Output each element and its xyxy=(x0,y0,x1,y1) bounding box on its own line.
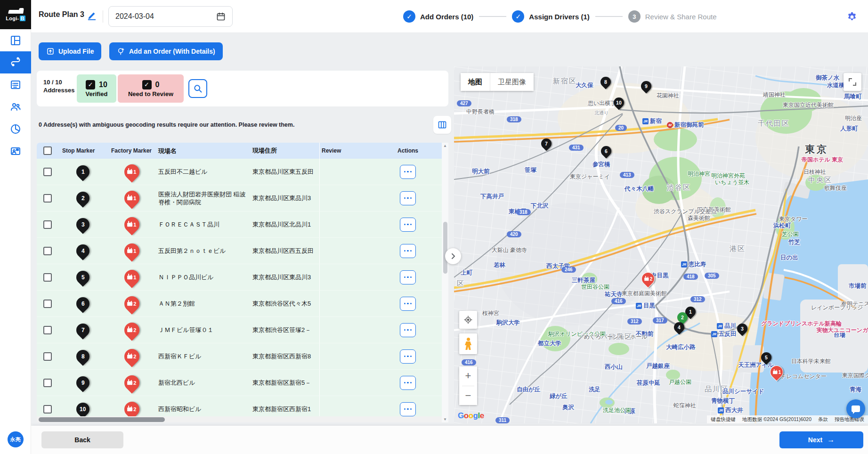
map-label[interactable]: 洗足池公園 xyxy=(603,406,631,414)
map-label[interactable]: 大谿山 豪徳寺 xyxy=(492,246,527,254)
map-label[interactable]: 日本科学未来館 xyxy=(791,357,831,365)
row-actions-button[interactable] xyxy=(400,349,416,364)
settings-gear-icon[interactable] xyxy=(846,11,858,23)
map-label[interactable]: 靖国神社 xyxy=(763,91,786,99)
map-label[interactable]: 東京都庭園美術館 xyxy=(622,290,667,298)
map-label[interactable]: 青物横丁 xyxy=(711,397,735,405)
map-label[interactable]: 帝国ホテル 東京 xyxy=(802,156,843,164)
chat-support-button[interactable] xyxy=(846,399,865,418)
search-button[interactable] xyxy=(188,79,207,98)
map-label[interactable]: 戸越銀座 xyxy=(646,362,670,370)
map-label[interactable]: 目黒 xyxy=(636,302,655,310)
map-label[interactable]: 荏原中延 xyxy=(637,379,660,387)
keyboard-shortcuts-link[interactable]: 键盘快捷键 xyxy=(711,416,736,423)
row-actions-button[interactable] xyxy=(400,376,416,390)
map-label[interactable]: 東京国際クルーズターミナル xyxy=(842,372,868,380)
map-label[interactable]: 大久保 xyxy=(576,81,593,89)
terms-link[interactable]: 条款 xyxy=(818,416,828,423)
need-review-filter-badge[interactable]: 0 Need to Review xyxy=(118,74,184,103)
my-location-button[interactable] xyxy=(459,311,477,329)
user-avatar[interactable]: 永亮 xyxy=(8,431,24,447)
row-checkbox[interactable] xyxy=(43,379,52,387)
map-label[interactable]: 自由が丘 xyxy=(517,386,540,394)
map-label[interactable]: 恵比寿 xyxy=(681,260,706,268)
map-label[interactable]: 青海 xyxy=(850,386,861,394)
map-label[interactable]: 蛇窪神社 xyxy=(673,402,696,410)
map-label[interactable]: 若林 xyxy=(494,261,505,269)
table-columns-button[interactable] xyxy=(433,116,451,134)
sidebar-item-analytics[interactable] xyxy=(0,118,31,140)
map-marker-pin[interactable]: 4 xyxy=(674,322,684,332)
map-marker-pin[interactable]: 9 xyxy=(641,81,651,91)
edit-plan-name-icon[interactable] xyxy=(87,10,97,21)
map-label[interactable]: 渋谷スクランブル交差点 xyxy=(654,208,717,216)
map-label[interactable]: 東京国立近代美術館 xyxy=(783,101,834,109)
map-type-button[interactable]: 地图 xyxy=(461,73,490,91)
map-label[interactable]: 西小山 xyxy=(605,363,623,371)
map-marker-pin[interactable]: 7 xyxy=(541,138,552,149)
calendar-icon[interactable] xyxy=(216,12,226,21)
map-marker-pin[interactable]: 3 xyxy=(737,324,747,334)
map-label[interactable]: 東京タワー xyxy=(779,215,808,223)
scroll-up-icon[interactable]: ▲ xyxy=(443,144,447,148)
map-label[interactable]: 市場前 xyxy=(849,282,867,290)
map-label[interactable]: 上町 xyxy=(461,269,472,277)
map-label[interactable]: 明治神宮 xyxy=(688,170,710,178)
row-checkbox[interactable] xyxy=(43,220,52,229)
row-checkbox[interactable] xyxy=(43,273,52,282)
map-label[interactable]: 中央区 xyxy=(808,176,832,185)
map-label[interactable]: 中野長者橋 xyxy=(466,108,495,116)
row-checkbox[interactable] xyxy=(43,247,52,255)
map-label[interactable]: 笹塚 xyxy=(525,166,536,174)
horizontal-scrollbar-thumb[interactable] xyxy=(39,417,165,422)
map-label[interactable]: 人形町 xyxy=(840,125,858,133)
add-order-button[interactable]: Add an Order (With Details) xyxy=(109,42,223,60)
vertical-scrollbar-thumb[interactable] xyxy=(443,222,447,274)
map-marker-pin[interactable]: 1 xyxy=(770,365,783,379)
map-label[interactable]: 千代田区 xyxy=(758,119,790,128)
map-label[interactable]: 奥沢 xyxy=(562,404,574,412)
map-label[interactable]: めぐろパーシモンホール xyxy=(584,333,648,341)
map-panel[interactable]: 新宿区千代田区中央区渋谷区港区目黒区品川区区東京新宿大久保新宿御苑前水道橋御茶ノ… xyxy=(454,66,868,423)
map-label[interactable]: 東京 xyxy=(805,143,828,156)
row-checkbox[interactable] xyxy=(43,168,52,176)
map-label[interactable]: 新宿 xyxy=(642,117,662,125)
row-actions-button[interactable] xyxy=(400,323,416,337)
sidebar-item-contacts[interactable] xyxy=(0,140,31,162)
map-label[interactable]: 世田谷公園 xyxy=(581,283,609,291)
map-label[interactable]: 品川 xyxy=(717,322,736,330)
step-review-share[interactable]: 3 Review & Share Route xyxy=(628,10,717,23)
map-label[interactable]: 渋谷区 xyxy=(667,183,691,192)
map-marker-pin[interactable]: 8 xyxy=(600,77,611,87)
map-marker-pin[interactable]: 10 xyxy=(614,97,624,108)
sidebar-item-drivers[interactable] xyxy=(0,96,31,118)
row-actions-button[interactable] xyxy=(400,270,416,284)
map-label[interactable]: レインボーブリッジ xyxy=(811,304,863,312)
map-label[interactable]: 芝公園 xyxy=(782,230,799,238)
step-assign-drivers[interactable]: Assign Drivers (1) xyxy=(512,10,589,23)
zoom-in-button[interactable]: + xyxy=(459,366,477,386)
map-label[interactable]: 桜神宮 xyxy=(482,309,499,317)
map-label[interactable]: 洗足 xyxy=(589,386,600,394)
row-actions-button[interactable] xyxy=(400,165,416,179)
vertical-scrollbar[interactable]: ▲▼ xyxy=(442,143,448,422)
upload-file-button[interactable]: Upload File xyxy=(39,42,101,60)
row-actions-button[interactable] xyxy=(400,244,416,258)
horizontal-scrollbar[interactable] xyxy=(37,416,443,422)
map-label[interactable]: 品川シーサイド xyxy=(722,388,764,396)
map-label[interactable]: 戸越公園 xyxy=(669,378,691,386)
date-picker[interactable]: 2024-03-04 xyxy=(108,6,233,27)
map-label[interactable]: 五反田 xyxy=(711,330,737,338)
map-label[interactable]: 日の出 xyxy=(780,254,798,262)
map-label[interactable]: 新宿御苑前 xyxy=(667,121,704,129)
row-checkbox[interactable] xyxy=(43,405,52,413)
map-label[interactable]: 明治座 xyxy=(845,114,862,122)
map-label[interactable]: 思い出横丁 xyxy=(588,99,616,107)
map-label[interactable]: 日枝神社 xyxy=(803,168,826,176)
map-label[interactable]: 緑が丘 xyxy=(550,392,568,400)
satellite-type-button[interactable]: 卫星图像 xyxy=(490,73,534,91)
scroll-down-icon[interactable]: ▼ xyxy=(443,417,447,422)
map-marker-pin[interactable]: 2 xyxy=(641,272,655,285)
map-label[interactable]: 下高井戸 xyxy=(480,193,504,201)
row-checkbox[interactable] xyxy=(43,194,52,203)
